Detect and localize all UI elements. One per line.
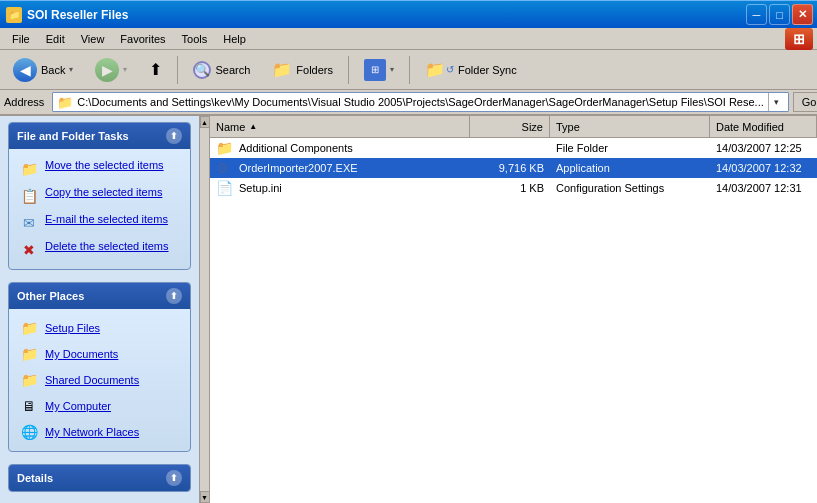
email-icon: ✉ [19,213,39,233]
details-collapse-icon[interactable]: ⬆ [166,470,182,486]
place-setup-files[interactable]: 📁 Setup Files [13,315,186,341]
folders-icon: 📁 [272,60,292,79]
toolbar-separator-2 [348,56,349,84]
place-my-computer[interactable]: 🖥 My Computer [13,393,186,419]
task-delete[interactable]: ✖ Delete the selected items [13,236,186,263]
column-type-header[interactable]: Type [550,116,710,137]
file-type-col: Application [550,162,710,174]
place-setup-files-label: Setup Files [45,322,100,334]
file-date-col: 14/03/2007 12:25 [710,142,817,154]
folders-label: Folders [296,64,333,76]
address-bar: Address 📁 C:\Documents and Settings\kev\… [0,90,817,116]
maximize-button[interactable]: □ [769,4,790,25]
places-collapse-icon[interactable]: ⬆ [166,288,182,304]
place-my-documents[interactable]: 📁 My Documents [13,341,186,367]
close-button[interactable]: ✕ [792,4,813,25]
column-name-sort-icon: ▲ [249,122,257,131]
tasks-collapse-icon[interactable]: ⬆ [166,128,182,144]
task-copy[interactable]: 📋 Copy the selected items [13,182,186,209]
tasks-header[interactable]: File and Folder Tasks ⬆ [9,123,190,149]
go-button[interactable]: Go [793,92,817,112]
app-icon: 📁 [6,7,22,23]
address-field[interactable]: 📁 C:\Documents and Settings\kev\My Docum… [52,92,788,112]
table-row[interactable]: ⚙ OrderImporter2007.EXE 9,716 KB Applica… [210,158,817,178]
shared-documents-icon: 📁 [19,370,39,390]
details-section: Details ⬆ [8,464,191,492]
details-header[interactable]: Details ⬆ [9,465,190,491]
back-button[interactable]: ◀ Back ▾ [4,54,82,86]
forward-dropdown-icon[interactable]: ▾ [123,65,127,74]
search-label: Search [215,64,250,76]
main-content: File and Folder Tasks ⬆ 📁 Move the selec… [0,116,817,503]
folder-icon: 📁 [216,140,234,156]
folder-sync-icon: 📁 ↺ [425,60,454,79]
places-section: Other Places ⬆ 📁 Setup Files 📁 My Docume… [8,282,191,452]
file-list-header: Name ▲ Size Type Date Modified [210,116,817,138]
menu-view[interactable]: View [73,31,113,47]
folders-button[interactable]: 📁 Folders [263,54,342,86]
details-header-label: Details [17,472,53,484]
back-dropdown-icon[interactable]: ▾ [69,65,73,74]
menu-favorites[interactable]: Favorites [112,31,173,47]
views-icon: ⊞ [364,59,386,81]
file-date: 14/03/2007 12:31 [716,182,802,194]
tasks-header-label: File and Folder Tasks [17,130,129,142]
file-name: Setup.ini [239,182,282,194]
column-type-label: Type [556,121,580,133]
search-button[interactable]: 🔍 Search [184,54,259,86]
title-buttons: ─ □ ✕ [746,4,813,25]
file-date: 14/03/2007 12:32 [716,162,802,174]
file-date-col: 14/03/2007 12:31 [710,182,817,194]
menu-tools[interactable]: Tools [174,31,216,47]
delete-icon: ✖ [19,240,39,260]
menu-help[interactable]: Help [215,31,254,47]
address-folder-icon: 📁 [57,95,73,110]
table-row[interactable]: 📄 Setup.ini 1 KB Configuration Settings … [210,178,817,198]
file-type: File Folder [556,142,608,154]
file-list-panel: Name ▲ Size Type Date Modified 📁 Additio… [210,116,817,503]
task-move-label: Move the selected items [45,158,164,172]
file-type: Configuration Settings [556,182,664,194]
task-email-label: E-mail the selected items [45,212,168,226]
scrollbar-up-button[interactable]: ▲ [200,116,210,128]
file-date-col: 14/03/2007 12:32 [710,162,817,174]
task-delete-label: Delete the selected items [45,239,169,253]
views-button[interactable]: ⊞ ▾ [355,54,403,86]
scrollbar-down-button[interactable]: ▼ [200,491,210,503]
address-dropdown-button[interactable]: ▾ [768,93,784,111]
column-name-header[interactable]: Name ▲ [210,116,470,137]
up-icon: ⬆ [149,60,162,79]
places-header-label: Other Places [17,290,84,302]
menu-file[interactable]: File [4,31,38,47]
column-date-header[interactable]: Date Modified [710,116,817,137]
place-my-network-label: My Network Places [45,426,139,438]
file-date: 14/03/2007 12:25 [716,142,802,154]
task-move[interactable]: 📁 Move the selected items [13,155,186,182]
menu-edit[interactable]: Edit [38,31,73,47]
address-path: C:\Documents and Settings\kev\My Documen… [77,96,763,108]
copy-icon: 📋 [19,186,39,206]
table-row[interactable]: 📁 Additional Components File Folder 14/0… [210,138,817,158]
places-header[interactable]: Other Places ⬆ [9,283,190,309]
windows-logo: ⊞ [785,28,813,50]
file-size-col: 9,716 KB [470,162,550,174]
toolbar-separator-3 [409,56,410,84]
folder-sync-button[interactable]: 📁 ↺ Folder Sync [416,54,526,86]
task-email[interactable]: ✉ E-mail the selected items [13,209,186,236]
tasks-section: File and Folder Tasks ⬆ 📁 Move the selec… [8,122,191,270]
column-size-header[interactable]: Size [470,116,550,137]
folder-sync-label: Folder Sync [458,64,517,76]
back-label: Back [41,64,65,76]
forward-button[interactable]: ▶ ▾ [86,54,136,86]
place-shared-documents-label: Shared Documents [45,374,139,386]
file-type: Application [556,162,610,174]
column-size-label: Size [522,121,543,133]
place-my-network[interactable]: 🌐 My Network Places [13,419,186,445]
place-shared-documents[interactable]: 📁 Shared Documents [13,367,186,393]
views-dropdown-icon[interactable]: ▾ [390,65,394,74]
my-computer-icon: 🖥 [19,396,39,416]
up-button[interactable]: ⬆ [140,54,171,86]
left-panel-scrollbar[interactable]: ▲ ▼ [200,116,210,503]
my-network-icon: 🌐 [19,422,39,442]
minimize-button[interactable]: ─ [746,4,767,25]
